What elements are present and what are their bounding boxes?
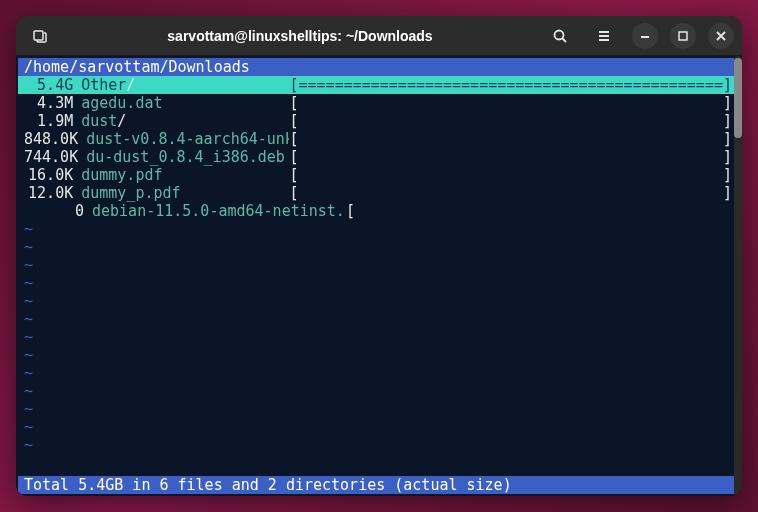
titlebar-controls [544,22,734,50]
size-bar: [=======================================… [289,76,732,94]
size-bar: [ [346,202,732,220]
menu-button[interactable] [588,22,620,50]
file-name: dummy_p.pdf [73,184,289,202]
empty-line: ~ [18,310,738,328]
empty-line: ~ [18,418,738,436]
size-bar: [ ] [289,112,732,130]
size-bar: [ ] [289,130,732,148]
terminal-content: /home/sarvottam/Downloads 5.4GOther/[===… [16,56,742,496]
file-size: 16.0K [24,166,73,184]
scrollbar-track[interactable] [734,56,742,496]
file-name: dust-v0.8.4-aarch64-unknown- [78,130,289,148]
terminal-window: sarvottam@linuxshelltips: ~/Downloads [16,16,742,496]
file-row[interactable]: 12.0Kdummy_p.pdf[ ] [18,184,738,202]
empty-line: ~ [18,364,738,382]
size-bar: [ ] [289,94,732,112]
size-bar: [ ] [289,166,732,184]
file-name: debian-11.5.0-amd64-netinst. [84,202,346,220]
empty-line: ~ [18,274,738,292]
empty-line: ~ [18,238,738,256]
size-bar: [ ] [289,184,732,202]
svg-rect-0 [34,31,43,40]
maximize-button[interactable] [670,23,696,49]
file-size: 4.3M [24,94,73,112]
empty-line: ~ [18,400,738,418]
file-size: 0 [24,202,84,220]
titlebar: sarvottam@linuxshelltips: ~/Downloads [16,16,742,56]
path-bar: /home/sarvottam/Downloads [18,58,738,76]
file-size: 5.4G [24,76,73,94]
size-bar: [ ] [289,148,732,166]
svg-rect-2 [679,32,687,40]
file-name: du-dust_0.8.4_i386.deb [78,148,289,166]
empty-line: ~ [18,292,738,310]
file-list: 5.4GOther/[=============================… [18,76,738,220]
status-bar: Total 5.4GB in 6 files and 2 directories… [18,476,738,494]
file-row[interactable]: 5.4GOther/[=============================… [18,76,738,94]
minimize-button[interactable] [632,23,658,49]
svg-point-1 [555,30,564,39]
terminal-area[interactable]: /home/sarvottam/Downloads 5.4GOther/[===… [16,56,742,496]
search-button[interactable] [544,22,576,50]
new-tab-button[interactable] [24,22,56,50]
file-size: 848.0K [24,130,78,148]
empty-line: ~ [18,436,738,454]
window-title: sarvottam@linuxshelltips: ~/Downloads [64,28,536,44]
empty-line: ~ [18,220,738,238]
file-size: 744.0K [24,148,78,166]
empty-line: ~ [18,382,738,400]
scrollbar-thumb[interactable] [734,58,742,138]
file-name: dummy.pdf [73,166,289,184]
empty-line: ~ [18,346,738,364]
file-row[interactable]: 848.0Kdust-v0.8.4-aarch64-unknown-[ ] [18,130,738,148]
file-row[interactable]: 744.0Kdu-dust_0.8.4_i386.deb[ ] [18,148,738,166]
empty-area: ~~~~~~~~~~~~~ [18,220,738,454]
empty-line: ~ [18,328,738,346]
file-name: agedu.dat [73,94,289,112]
close-button[interactable] [708,23,734,49]
file-size: 12.0K [24,184,73,202]
file-size: 1.9M [24,112,73,130]
file-row[interactable]: 0debian-11.5.0-amd64-netinst.[ [18,202,738,220]
empty-line: ~ [18,256,738,274]
file-row[interactable]: 16.0Kdummy.pdf[ ] [18,166,738,184]
file-row[interactable]: 1.9Mdust/[ ] [18,112,738,130]
file-row[interactable]: 4.3Magedu.dat[ ] [18,94,738,112]
file-name: Other/ [73,76,289,94]
file-name: dust/ [73,112,289,130]
